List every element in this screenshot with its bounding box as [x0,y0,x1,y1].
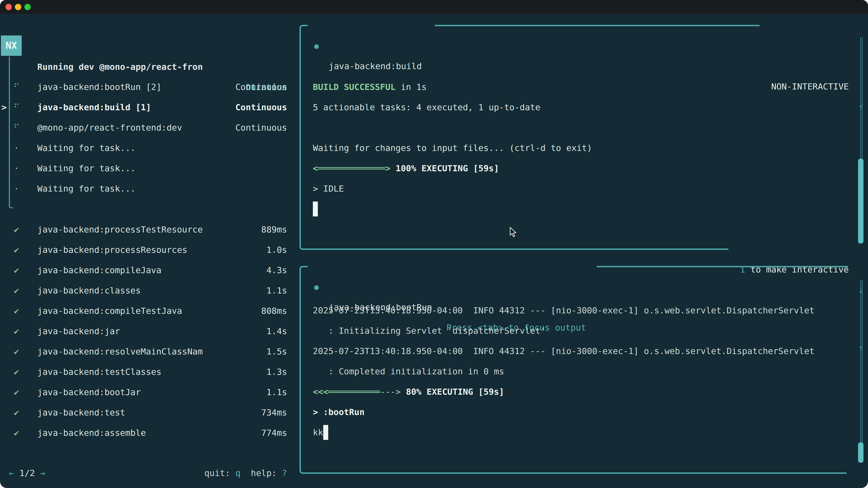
prompt-line: > :bootRun [313,402,839,422]
task-row: · Waiting for task... [0,138,291,158]
mouse-pointer-icon [509,227,517,238]
terminal-block-cursor [313,201,318,217]
bootrun-panel-header: ● java-backend:bootRun Press <tab> to fo… [0,256,868,277]
check-icon: ✔ [11,423,22,443]
task-row[interactable]: ✔ java-backend:testClasses 1.3s [0,362,291,382]
check-icon: ✔ [11,362,22,382]
check-icon: ✔ [11,382,22,402]
task-name: java-backend:jar [37,321,120,341]
task-duration: 1.5s [266,341,287,362]
log-line: 2025-07-23T13:40:18.950-04:00 INFO 44312… [313,300,839,321]
waiting-dot-icon: · [11,178,22,199]
bootrun-panel-output[interactable]: 2025-07-23T13:40:18.950-04:00 INFO 44312… [313,300,839,443]
bootrun-panel-footer: ↓ [0,463,868,483]
tasks-summary-line: 5 actionable tasks: 4 executed, 1 up-to-… [313,97,839,118]
task-row[interactable]: ✔ java-backend:compileTestJava 808ms [0,301,291,321]
task-duration: 734ms [261,402,287,423]
task-name: java-backend:testClasses [37,362,161,382]
progress-bar-filled: <<<══════════ [313,387,380,397]
check-icon: ✔ [11,219,22,240]
input-line[interactable]: kk [313,422,839,443]
task-name: java-backend:bootJar [37,382,141,402]
bootrun-panel-border [300,266,308,474]
task-duration: Continuous [235,118,287,138]
gradle-progress-line: <═════════════> 100% EXECUTING [59s] [313,158,839,178]
waiting-dot-icon: · [11,158,22,178]
check-icon: ✔ [11,402,22,423]
task-name: java-backend:test [37,402,125,423]
build-panel-output: BUILD SUCCESSFUL in 1s 5 actionable task… [313,77,839,219]
sidebar-title: Running dev @mono-app/react-fron [37,57,203,77]
task-duration: 808ms [261,301,287,321]
running-task-list: ⠋ java-backend:bootRun [2] Continuous > … [0,77,291,199]
task-row: · Waiting for task... [0,178,291,199]
task-name: Waiting for task... [37,158,135,178]
build-successful-text: BUILD SUCCESSFUL [313,82,396,92]
task-row-selected[interactable]: > ⠋ java-backend:build [1] Continuous [0,97,291,118]
task-row[interactable]: ⠋ java-backend:bootRun [2] Continuous [0,77,291,97]
task-name: java-backend:resolveMainClassNam [37,341,203,362]
terminal-window: NX Running dev @mono-app/react-fron Dura… [0,0,868,488]
task-name: java-backend:processTestResource [37,219,203,240]
gradle-progress-line: <<<══════════---> 80% EXECUTING [59s] [313,382,839,402]
task-duration: 1.3s [266,362,287,382]
progress-label: 100% EXECUTING [59s] [391,163,499,173]
build-panel-title: java-backend:build [329,56,422,76]
scroll-down-arrow-icon[interactable]: ↓ [856,483,866,488]
task-duration: 889ms [261,219,287,240]
task-bullet-icon: ● [311,277,321,297]
build-panel-border [300,25,308,250]
cursor-line [313,199,839,219]
task-duration: 774ms [261,423,287,443]
task-row[interactable]: ✔ java-backend:bootJar 1.1s [0,382,291,402]
task-name: java-backend:classes [37,281,141,301]
blank-line [313,118,839,138]
terminal-block-cursor [323,425,328,440]
task-duration: Continuous [235,77,287,97]
task-name: java-backend:build [1] [37,97,151,118]
task-row[interactable]: ✔ java-backend:classes 1.1s [0,281,291,301]
bootrun-panel-scroll-track [860,280,863,442]
build-status-line: BUILD SUCCESSFUL in 1s [313,77,839,97]
task-row[interactable]: ✔ java-backend:assemble 774ms [0,423,291,443]
build-panel-header: ● java-backend:build NON-INTERACTIVE ↑ [0,15,868,36]
task-row: · Waiting for task... [0,158,291,178]
task-row[interactable]: ✔ java-backend:jar 1.4s [0,321,291,341]
log-line: : Initializing Servlet 'dispatcherServle… [313,321,839,341]
progress-bar: <═════════════> [313,163,391,173]
close-button-icon[interactable] [5,4,12,10]
task-duration: 1.4s [266,321,287,341]
progress-label: 80% EXECUTING [59s] [401,387,504,397]
task-name: Waiting for task... [37,178,135,199]
task-name: java-backend:bootRun [2] [37,77,161,97]
task-row[interactable]: ✔ java-backend:test 734ms [0,402,291,423]
progress-bar-rest: ---> [380,387,401,397]
build-time-text: in 1s [396,82,427,92]
sidebar-header: Running dev @mono-app/react-fron Duratio… [0,36,291,57]
task-name: java-backend:compileTestJava [37,301,182,321]
task-name: Waiting for task... [37,138,135,158]
build-panel-scroll-thumb[interactable] [858,159,864,243]
waiting-dot-icon: · [11,138,22,158]
task-bullet-icon: ● [311,36,321,56]
log-line: : Completed initialization in 0 ms [313,361,839,382]
minimize-button-icon[interactable] [15,4,21,10]
task-row[interactable]: ⠋ @mono-app/react-frontend:dev Continuou… [0,118,291,138]
zoom-button-icon[interactable] [24,4,31,10]
typed-input: kk [313,427,323,437]
task-name: @mono-app/react-frontend:dev [37,118,182,138]
task-duration: Continuous [235,97,287,118]
task-name: java-backend:assemble [37,423,146,443]
bootrun-panel-scroll-thumb[interactable] [858,442,864,463]
task-row[interactable]: ✔ java-backend:resolveMainClassNam 1.5s [0,341,291,362]
waiting-line: Waiting for changes to input files... (c… [313,138,839,158]
task-duration: 1.1s [266,281,287,301]
log-line: 2025-07-23T13:40:18.950-04:00 INFO 44312… [313,341,839,361]
titlebar [0,0,868,14]
task-row[interactable]: ✔ java-backend:processTestResource 889ms [0,219,291,240]
idle-line: > IDLE [313,178,839,199]
task-duration: 1.1s [266,382,287,402]
spinner-icon: ⠋ [11,118,22,138]
build-panel-scroll-track [860,37,863,159]
